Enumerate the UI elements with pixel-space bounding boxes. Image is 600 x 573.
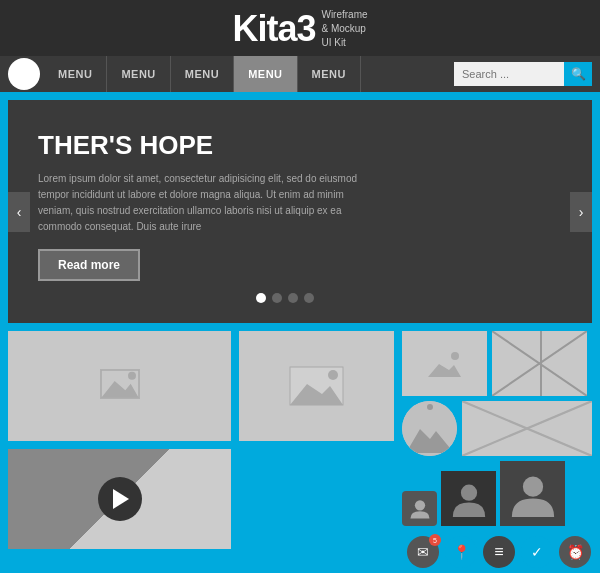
slider-dot-2[interactable]: [272, 293, 282, 303]
check-icon-button[interactable]: ✓: [521, 536, 553, 568]
nav-logo[interactable]: [8, 58, 40, 90]
image-placeholder-cross2: [462, 401, 592, 456]
mail-badge: 5: [429, 534, 441, 546]
icons-row: ✉ 5 📍 ≡ ✓ ⏰ 💬 ♥: [402, 531, 592, 573]
mail-icon-button[interactable]: ✉ 5: [407, 536, 439, 568]
avatar-icon-small: [409, 498, 431, 520]
image-icon: [100, 369, 140, 403]
avatar-circle-icon: [402, 401, 457, 456]
avatar-medium: [441, 471, 496, 526]
hero-slider: ‹ › THER'S HOPE Lorem ipsum dolor sit am…: [8, 100, 592, 323]
avatar-large: [500, 461, 565, 526]
svg-point-6: [328, 370, 338, 380]
search-icon: 🔍: [571, 67, 586, 81]
right-middle-row: [402, 401, 592, 456]
svg-point-2: [128, 372, 136, 380]
svg-point-20: [414, 500, 424, 510]
slider-dot-4[interactable]: [304, 293, 314, 303]
read-more-button[interactable]: Read more: [38, 249, 140, 281]
nav-item-4[interactable]: MENU: [234, 56, 297, 92]
image-icon-medium: [289, 366, 344, 406]
video-placeholder[interactable]: [8, 449, 231, 549]
image-placeholder-medium: [239, 331, 394, 441]
cross2-icon: [462, 401, 592, 456]
header-title: Kita3 Wireframe & Mockup UI Kit: [232, 8, 367, 50]
svg-point-21: [460, 484, 476, 500]
mail-icon: ✉: [417, 544, 429, 560]
navigation: MENU MENU MENU MENU MENU 🔍: [0, 56, 600, 92]
hero-text: Lorem ipsum dolor sit amet, consectetur …: [38, 171, 358, 235]
clock-icon: ⏰: [567, 544, 584, 560]
right-top-row: [402, 331, 592, 396]
nav-item-1[interactable]: MENU: [44, 56, 107, 92]
avatar-icon-medium: [451, 481, 487, 517]
search-button[interactable]: 🔍: [564, 62, 592, 86]
check-icon: ✓: [531, 544, 543, 560]
nav-item-2[interactable]: MENU: [107, 56, 170, 92]
slider-dot-1[interactable]: [256, 293, 266, 303]
clock-icon-button[interactable]: ⏰: [559, 536, 591, 568]
play-button[interactable]: [98, 477, 142, 521]
image-placeholder-large: [8, 331, 231, 441]
svg-point-22: [522, 476, 542, 496]
slider-next-button[interactable]: ›: [570, 192, 592, 232]
list-icon: ≡: [494, 544, 503, 560]
avatar-icon-large: [510, 471, 556, 517]
image-placeholder-small: [402, 331, 487, 396]
avatar-circle: [402, 401, 457, 456]
brand-name: Kita3: [232, 8, 315, 50]
svg-point-15: [427, 404, 433, 410]
location-icon: 📍: [453, 544, 470, 560]
slider-dots: [38, 281, 532, 303]
middle-column: [239, 331, 394, 573]
content-grid: ✉ 5 📍 ≡ ✓ ⏰ 💬 ♥: [8, 331, 592, 573]
play-icon: [113, 489, 129, 509]
search-input[interactable]: [454, 62, 564, 86]
avatars-row: [402, 461, 592, 526]
hero-title: THER'S HOPE: [38, 130, 532, 161]
avatar-small: [402, 491, 437, 526]
search-container: 🔍: [454, 62, 592, 86]
header-subtitle: Wireframe & Mockup UI Kit: [321, 8, 367, 50]
right-column: ✉ 5 📍 ≡ ✓ ⏰ 💬 ♥: [402, 331, 592, 573]
slider-prev-button[interactable]: ‹: [8, 192, 30, 232]
image-placeholder-cross: [492, 331, 587, 396]
menu-icon-button[interactable]: ≡: [483, 536, 515, 568]
nav-item-3[interactable]: MENU: [171, 56, 234, 92]
nav-item-5[interactable]: MENU: [298, 56, 361, 92]
image-icon-small: [427, 350, 462, 378]
blue-spacer: [239, 449, 394, 549]
left-column: [8, 331, 231, 573]
location-icon-button[interactable]: 📍: [445, 536, 477, 568]
svg-point-9: [451, 352, 459, 360]
cross-icon: [492, 331, 587, 396]
header: Kita3 Wireframe & Mockup UI Kit: [0, 0, 600, 56]
slider-dot-3[interactable]: [288, 293, 298, 303]
